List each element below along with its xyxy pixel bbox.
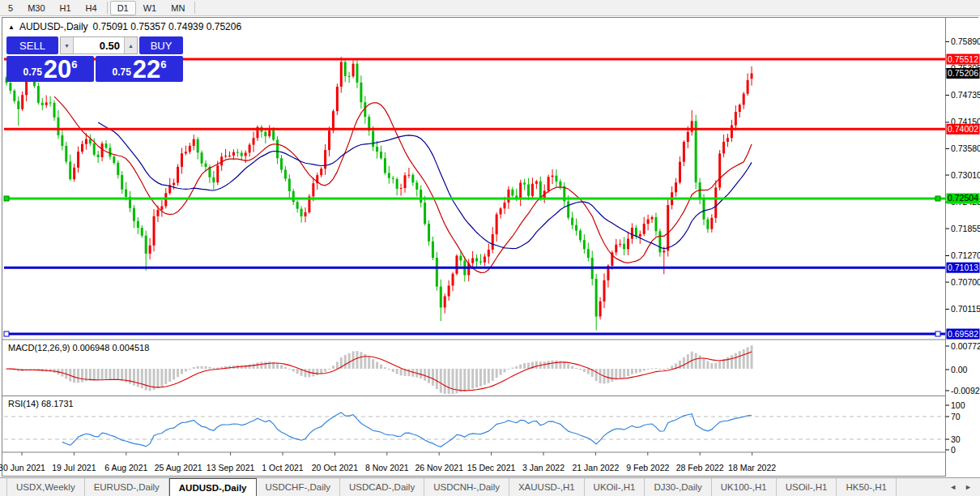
svg-text:26 Nov 2021: 26 Nov 2021 [415, 463, 463, 472]
svg-text:0: 0 [951, 445, 956, 455]
svg-text:13 Sep 2021: 13 Sep 2021 [207, 463, 255, 472]
svg-text:0.74002: 0.74002 [948, 124, 978, 134]
svg-text:0.69582: 0.69582 [948, 329, 978, 339]
buy-price-sup: 6 [160, 58, 166, 71]
rsi-label: RSI(14) 68.1731 [8, 399, 74, 408]
timeframe-toolbar: 5M30H1H4D1W1MN [0, 0, 980, 16]
svg-text:0.75512: 0.75512 [948, 54, 978, 64]
symbol-tab-dj30-daily[interactable]: DJ30-,Daily [645, 478, 711, 496]
sell-price-small: 0.75 [23, 66, 41, 78]
symbol-tab-usdcnh-daily[interactable]: USDCNH-,Daily [424, 478, 509, 496]
svg-text:1 Oct 2021: 1 Oct 2021 [262, 463, 304, 472]
sell-price-big: 20 [44, 58, 71, 82]
svg-text:0.00: 0.00 [951, 365, 968, 374]
svg-text:0.73580: 0.73580 [951, 143, 980, 153]
svg-text:70: 70 [951, 412, 961, 421]
svg-text:25 Aug 2021: 25 Aug 2021 [155, 463, 202, 472]
timeframe-button-w1[interactable]: W1 [136, 1, 164, 15]
symbol-tabbar: USDX,WeeklyEURUSD-,DailyAUDUSD-,DailyUSD… [0, 477, 980, 496]
volume-increase-icon[interactable]: ▲ [124, 37, 137, 53]
timeframe-button-d1[interactable]: D1 [110, 1, 136, 15]
svg-text:30 Jun 2021: 30 Jun 2021 [0, 463, 45, 472]
macd-label: MACD(12,26,9) 0.006948 0.004518 [8, 343, 149, 353]
symbol-tab-audusd-daily[interactable]: AUDUSD-,Daily [169, 478, 257, 496]
axis-label-0.69582: 0.69582 [947, 329, 980, 340]
chart-window-frame [2, 18, 978, 477]
trading-app: { "toolbar": { "timeframes": [ {"label":… [0, 0, 980, 496]
chart-ohlc-values: 0.75091 0.75357 0.74939 0.75206 [93, 21, 242, 32]
volume-decrease-icon[interactable]: ▼ [61, 37, 74, 53]
svg-text:9 Feb 2022: 9 Feb 2022 [626, 463, 669, 472]
timeframe-button-5[interactable]: 5 [1, 1, 20, 15]
axis-label-0.74002: 0.74002 [947, 124, 980, 135]
sell-price-box[interactable]: 0.75 20 6 [6, 56, 94, 82]
axis-label-0.71013: 0.71013 [947, 263, 980, 273]
symbol-tab-usdcad-daily[interactable]: USDCAD-,Daily [340, 478, 424, 496]
svg-text:6 Aug 2021: 6 Aug 2021 [104, 463, 147, 472]
svg-text:100: 100 [951, 400, 965, 410]
chart-title-row: ▲ AUDUSD-,Daily 0.75091 0.75357 0.74939 … [8, 21, 241, 32]
timeframe-button-h1[interactable]: H1 [53, 1, 79, 15]
timeframe-button-h4[interactable]: H4 [79, 1, 104, 15]
svg-text:0.75890: 0.75890 [951, 36, 980, 46]
tab-scroll-left-icon[interactable]: ◄ [949, 483, 957, 491]
symbol-tab-ukoil-h1[interactable]: UKOil-,H1 [585, 478, 646, 496]
svg-text:15 Dec 2021: 15 Dec 2021 [467, 463, 516, 472]
svg-text:0.72504: 0.72504 [948, 193, 978, 203]
timeframe-button-m30[interactable]: M30 [20, 1, 52, 15]
svg-text:21 Jan 2022: 21 Jan 2022 [572, 463, 619, 472]
sell-button[interactable]: SELL [6, 36, 58, 54]
svg-text:0.75206: 0.75206 [948, 68, 978, 78]
svg-text:20 Oct 2021: 20 Oct 2021 [312, 463, 358, 472]
symbol-tab-usoil-h1[interactable]: USOil-,H1 [777, 478, 837, 496]
symbol-tab-hk50-h1[interactable]: HK50-,H1 [837, 478, 897, 496]
svg-text:8 Nov 2021: 8 Nov 2021 [365, 463, 409, 472]
buy-button[interactable]: BUY [139, 36, 183, 54]
svg-text:0.71270: 0.71270 [951, 250, 980, 260]
chart-symbol-title: AUDUSD-,Daily [19, 21, 88, 32]
symbol-tab-usdx-weekly[interactable]: USDX,Weekly [6, 478, 85, 496]
svg-text:-0.00927: -0.00927 [951, 386, 980, 396]
axis-label-0.75512: 0.75512 [947, 54, 980, 65]
buy-price-big: 22 [133, 58, 160, 82]
symbol-tab-eurusd-daily[interactable]: EURUSD-,Daily [85, 478, 169, 496]
tab-scroll-arrows: ◄ ► [949, 478, 980, 496]
svg-text:18 Mar 2022: 18 Mar 2022 [728, 463, 776, 472]
buy-price-small: 0.75 [112, 66, 130, 78]
timeframe-button-mn[interactable]: MN [164, 1, 192, 15]
svg-text:0.71013: 0.71013 [948, 263, 978, 272]
symbol-tab-usdchf-daily[interactable]: USDCHF-,Daily [257, 478, 341, 496]
svg-text:3 Jan 2022: 3 Jan 2022 [522, 463, 565, 472]
svg-text:30: 30 [951, 434, 961, 444]
svg-text:19 Jul 2021: 19 Jul 2021 [52, 463, 96, 472]
price-axis: 0.758900.753050.747350.741500.735800.730… [946, 18, 980, 477]
svg-text:0.73010: 0.73010 [951, 170, 980, 180]
axis-label-0.72504: 0.72504 [947, 193, 980, 203]
tab-scroll-right-icon[interactable]: ► [965, 483, 972, 491]
volume-spinner: ▼ ▲ [60, 36, 138, 54]
svg-text:0.74735: 0.74735 [951, 90, 980, 100]
chart-collapse-icon[interactable]: ▲ [8, 24, 15, 31]
buy-price-box[interactable]: 0.75 22 6 [96, 56, 183, 82]
sell-price-sup: 6 [71, 58, 77, 71]
svg-text:0.00772: 0.00772 [951, 341, 980, 351]
svg-text:28 Feb 2022: 28 Feb 2022 [676, 463, 724, 472]
svg-text:0.70115: 0.70115 [951, 304, 980, 314]
toolbar-separator [107, 2, 108, 14]
svg-text:0.71855: 0.71855 [951, 224, 980, 233]
one-click-trade-panel: SELL ▼ ▲ BUY 0.75 20 6 0.75 22 6 [6, 36, 183, 82]
toolbar-separator [194, 2, 195, 14]
symbol-tab-xauusd-h1[interactable]: XAUUSD-,H1 [509, 478, 585, 496]
symbol-tab-uk100-h1[interactable]: UK100-,H1 [712, 478, 777, 496]
volume-input[interactable] [74, 37, 124, 53]
svg-text:0.70700: 0.70700 [951, 277, 980, 287]
current-price-label: 0.75206 [947, 68, 980, 79]
